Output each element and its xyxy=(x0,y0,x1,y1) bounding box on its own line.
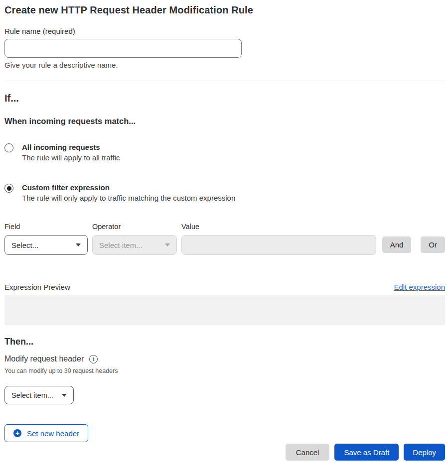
cancel-button[interactable]: Cancel xyxy=(286,444,330,461)
field-select-value: Select... xyxy=(11,241,38,249)
page-title: Create new HTTP Request Header Modificat… xyxy=(4,4,253,16)
radio-option-all-incoming[interactable]: All incoming requests The rule will appl… xyxy=(4,143,120,162)
chevron-down-icon xyxy=(165,243,170,246)
operator-select[interactable]: Select item... xyxy=(92,235,177,255)
radio-label: All incoming requests xyxy=(22,143,120,151)
modify-header-helper: You can modify up to 30 request headers xyxy=(4,367,118,374)
radio-description: The rule will only apply to traffic matc… xyxy=(22,194,235,202)
then-heading: Then... xyxy=(4,337,33,347)
rule-name-input[interactable] xyxy=(4,39,242,58)
section-divider xyxy=(4,81,445,81)
operator-select-placeholder: Select item... xyxy=(99,241,143,249)
expression-builder-row: Field Select... Operator Select item... … xyxy=(4,223,445,255)
radio-icon[interactable] xyxy=(4,143,13,152)
field-label: Field xyxy=(4,223,88,231)
chevron-down-icon xyxy=(62,394,67,397)
radio-label: Custom filter expression xyxy=(22,183,235,192)
expression-preview-box xyxy=(4,295,445,325)
header-action-select[interactable]: Select item... xyxy=(4,386,74,404)
or-button[interactable]: Or xyxy=(421,237,445,253)
if-heading: If... xyxy=(4,93,19,104)
set-new-header-button[interactable]: + Set new header xyxy=(4,424,88,442)
deploy-button[interactable]: Deploy xyxy=(404,444,445,461)
footer-actions: Cancel Save as Draft Deploy xyxy=(4,444,445,461)
radio-option-custom-filter[interactable]: Custom filter expression The rule will o… xyxy=(4,183,235,202)
value-label: Value xyxy=(181,223,376,231)
plus-icon: + xyxy=(13,429,21,437)
radio-icon[interactable] xyxy=(4,184,13,193)
when-match-subheading: When incoming requests match... xyxy=(4,117,136,126)
modify-request-header-label: Modify request header xyxy=(4,355,84,363)
radio-description: The rule will apply to all traffic xyxy=(22,153,120,162)
operator-label: Operator xyxy=(92,223,177,231)
save-as-draft-button[interactable]: Save as Draft xyxy=(334,444,399,461)
info-icon[interactable]: i xyxy=(89,355,98,363)
header-action-select-value: Select item... xyxy=(11,391,53,399)
and-button[interactable]: And xyxy=(382,237,412,253)
rule-name-helper: Give your rule a descriptive name. xyxy=(4,61,118,69)
field-select[interactable]: Select... xyxy=(4,235,88,255)
value-input[interactable] xyxy=(181,235,376,255)
expression-preview-row: Expression Preview Edit expression xyxy=(4,283,445,291)
create-rule-form: Create new HTTP Request Header Modificat… xyxy=(0,0,448,476)
set-new-header-label: Set new header xyxy=(27,429,79,438)
expression-preview-label: Expression Preview xyxy=(4,283,70,291)
chevron-down-icon xyxy=(76,243,81,246)
rule-name-label: Rule name (required) xyxy=(4,27,75,35)
edit-expression-link[interactable]: Edit expression xyxy=(394,283,445,291)
modify-header-row: Modify request header i xyxy=(4,355,98,363)
